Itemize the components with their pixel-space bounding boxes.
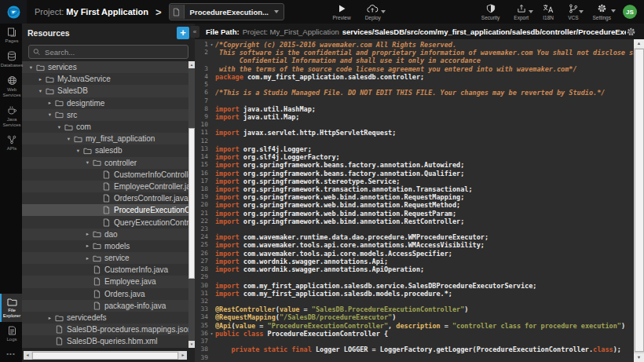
tree-item[interactable]: ▸designtime bbox=[22, 97, 188, 109]
code-line[interactable]: 33@RestController(value = "SalesDB.Proce… bbox=[195, 305, 634, 313]
code-line[interactable]: 11import javax.servlet.http.HttpServletR… bbox=[195, 129, 634, 137]
add-resource-button[interactable]: + bbox=[177, 27, 189, 39]
code-line[interactable]: 7 bbox=[195, 97, 634, 105]
code-line[interactable]: 16import org.springframework.beans.facto… bbox=[195, 170, 634, 177]
tree-item[interactable]: Orders.java bbox=[22, 288, 188, 300]
code-line[interactable]: 14import org.slf4j.LoggerFactory; bbox=[195, 153, 634, 161]
wavemaker-logo[interactable] bbox=[0, 0, 27, 24]
tree-item[interactable]: ▸models bbox=[22, 240, 188, 252]
tree-item[interactable]: package-info.java bbox=[22, 300, 188, 312]
expand-arrow-icon[interactable]: ▾ bbox=[83, 159, 92, 166]
code-line[interactable]: 20import org.springframework.web.bind.an… bbox=[195, 201, 634, 209]
collapse-panel-button[interactable]: « bbox=[190, 26, 199, 38]
code-line[interactable]: 6/*This is a Studio Managed File. DO NOT… bbox=[195, 89, 634, 97]
sidebar-item-apis[interactable]: APIs bbox=[0, 131, 22, 155]
code-line[interactable]: 1▾/*Copyright (c) 2015-2016 wavemaker.co… bbox=[195, 41, 634, 49]
code-line[interactable]: 17import org.springframework.stereotype.… bbox=[195, 177, 634, 185]
expand-arrow-icon[interactable]: ▾ bbox=[64, 136, 73, 142]
tree-item[interactable]: ProcedureExecutionController.java bbox=[22, 204, 188, 216]
code-line[interactable]: 22import org.springframework.web.bind.an… bbox=[195, 218, 634, 225]
editor-vertical-scrollbar[interactable]: ▲ ▼ bbox=[634, 39, 644, 362]
expand-arrow-icon[interactable]: ▾ bbox=[46, 112, 54, 118]
code-line[interactable]: 29 bbox=[195, 273, 634, 281]
tree-item[interactable]: QueryExecutionController.java bbox=[22, 216, 188, 228]
code-line[interactable]: 9import java.util.Map; bbox=[195, 113, 634, 121]
sidebar-item-java-services[interactable]: Java Services bbox=[0, 101, 22, 131]
fold-marker-icon[interactable]: ▾ bbox=[208, 330, 215, 338]
search-box[interactable] bbox=[28, 45, 188, 59]
code-line[interactable]: 36▾public class ProcedureExecutionContro… bbox=[195, 330, 634, 338]
code-line[interactable]: 5 bbox=[195, 81, 634, 89]
code-line[interactable]: Confidential Information and shall use i… bbox=[195, 57, 634, 64]
tree-item[interactable]: ▸service bbox=[22, 252, 188, 264]
tree-item[interactable]: ▸servicedefs bbox=[22, 312, 188, 324]
deploy-button[interactable]: Deploy bbox=[365, 4, 381, 20]
search-input[interactable] bbox=[43, 47, 184, 57]
code-line[interactable]: 4package com.my_first_application.salesd… bbox=[195, 73, 634, 81]
code-line[interactable]: 10 bbox=[195, 121, 634, 129]
code-line[interactable]: 27import com.wordnik.swagger.annotations… bbox=[195, 258, 634, 265]
code-line[interactable]: 25import com.wavemaker.tools.api.core.an… bbox=[195, 241, 634, 249]
tree-item[interactable]: CustomerInfoController.java bbox=[22, 169, 188, 181]
tree-hscrollbar-thumb[interactable] bbox=[32, 352, 178, 360]
code-line[interactable]: 8import java.util.HashMap; bbox=[195, 105, 634, 113]
more-options-button[interactable]: ••• bbox=[0, 346, 22, 362]
code-line[interactable]: 28import com.wordnik.swagger.annotations… bbox=[195, 265, 634, 273]
collapse-arrow-icon[interactable]: ▸ bbox=[46, 100, 54, 106]
tree-item[interactable]: ▾com bbox=[22, 121, 188, 133]
tree-item[interactable]: ▾my_first_application bbox=[22, 133, 188, 144]
tree-item[interactable]: ▾src bbox=[22, 109, 188, 121]
editor-scroll-up-button[interactable]: ▲ bbox=[634, 39, 644, 48]
code-line[interactable]: 31import com.my_first_application.salesd… bbox=[195, 290, 634, 298]
tree-item[interactable]: Employee.java bbox=[22, 276, 188, 287]
tree-item[interactable]: CustomerInfo.java bbox=[22, 264, 188, 276]
tree-horizontal-scrollbar[interactable]: ◂ ▸ bbox=[24, 351, 187, 360]
expand-arrow-icon[interactable]: ▾ bbox=[55, 124, 64, 130]
code-line[interactable]: 3 with the terms of the source code lice… bbox=[195, 65, 634, 73]
editor-scrollbar-thumb[interactable] bbox=[635, 49, 644, 352]
editor-settings-gear-icon[interactable] bbox=[626, 27, 636, 37]
tree-item[interactable]: ▾services bbox=[22, 61, 188, 73]
tree-item[interactable]: ▾salesdb bbox=[22, 144, 188, 156]
tree-item[interactable]: OrdersController.java bbox=[22, 192, 188, 204]
user-avatar[interactable]: JS bbox=[623, 5, 637, 19]
expand-arrow-icon[interactable]: ▾ bbox=[36, 88, 45, 94]
file-dropdown[interactable]: ProcedureExecution... bbox=[169, 3, 284, 20]
collapse-arrow-icon[interactable]: ▸ bbox=[83, 243, 92, 249]
code-line[interactable]: 18import org.springframework.transaction… bbox=[195, 185, 634, 193]
collapse-arrow-icon[interactable]: ▸ bbox=[83, 231, 92, 237]
tree-item[interactable]: ▾controller bbox=[22, 157, 188, 169]
sidebar-item-file-explorer[interactable]: File Explorer bbox=[0, 294, 22, 322]
vcs-button[interactable]: VCS bbox=[568, 4, 578, 20]
fold-marker-icon[interactable]: ▾ bbox=[208, 41, 215, 49]
tree-scrollbar-thumb[interactable] bbox=[188, 128, 195, 279]
code-line[interactable]: 38 private static final Logger LOGGER = … bbox=[195, 346, 634, 353]
tree-item[interactable]: ▸MyJavaService bbox=[22, 73, 188, 85]
expand-arrow-icon[interactable]: ▾ bbox=[27, 64, 35, 71]
i18n-button[interactable]: I18N bbox=[543, 4, 554, 20]
tree-item[interactable]: SalesDB-procedures.mappings.json bbox=[22, 324, 188, 335]
tree-item[interactable]: ▾SalesDB bbox=[22, 85, 188, 97]
code-line[interactable]: 2 This software is the confidential and … bbox=[195, 49, 634, 57]
code-line[interactable]: 35@Api(value = "ProcedureExecutionContro… bbox=[195, 322, 634, 330]
sidebar-item-web-services[interactable]: Web Services bbox=[0, 71, 22, 101]
collapse-arrow-icon[interactable]: ▸ bbox=[46, 315, 54, 321]
expand-arrow-icon[interactable]: ▾ bbox=[74, 148, 82, 154]
code-line[interactable]: 26import com.wavemaker.tools.api.core.mo… bbox=[195, 250, 634, 258]
code-line[interactable]: 24import com.wavemaker.runtime.data.dao.… bbox=[195, 233, 634, 241]
code-line[interactable]: 32 bbox=[195, 298, 634, 305]
code-line[interactable]: 13import org.slf4j.Logger; bbox=[195, 145, 634, 153]
security-button[interactable]: Security bbox=[481, 4, 499, 20]
collapse-arrow-icon[interactable]: ▸ bbox=[83, 255, 92, 261]
sidebar-item-logs[interactable]: Logs bbox=[0, 322, 22, 346]
scroll-left-button[interactable]: ◂ bbox=[24, 351, 31, 360]
code-line[interactable]: 39 bbox=[195, 354, 634, 362]
scroll-up-button[interactable]: ▲ bbox=[188, 61, 195, 68]
tree-item[interactable]: EmployeeController.java bbox=[22, 181, 188, 192]
code-line[interactable]: 34@RequestMapping("/SalesDB/procedureExe… bbox=[195, 313, 634, 321]
code-line[interactable]: 37 bbox=[195, 338, 634, 346]
settings-button[interactable]: Settings bbox=[593, 3, 612, 20]
export-button[interactable]: Export bbox=[514, 4, 529, 20]
scroll-right-button[interactable]: ▸ bbox=[179, 351, 187, 360]
code-line[interactable]: 12 bbox=[195, 137, 634, 145]
